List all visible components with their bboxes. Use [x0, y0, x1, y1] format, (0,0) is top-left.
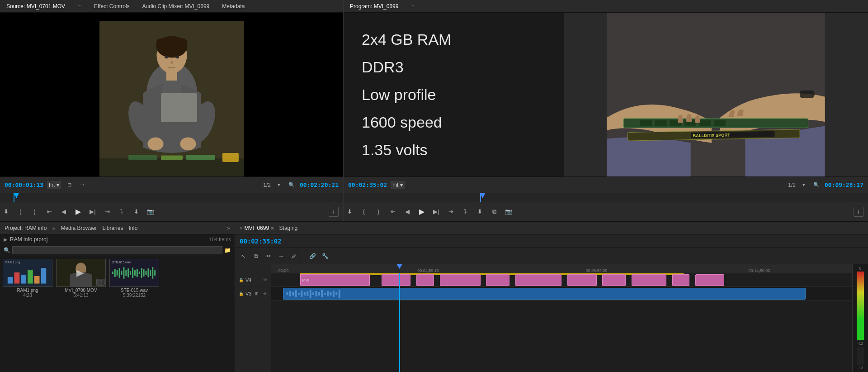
program-extract-btn[interactable]: ⬇ — [474, 206, 486, 218]
svg-rect-9 — [128, 155, 157, 160]
source-audio-clip-mixer-tab[interactable]: Audio Clip Mixer: MVI_0699 — [141, 1, 212, 11]
wrench-btn[interactable]: 🔧 — [320, 251, 330, 262]
source-fit-select[interactable]: Fit ▾ — [47, 181, 61, 189]
timeline-timecode-bar: 00:02:35:02 — [235, 234, 868, 248]
search-input[interactable] — [12, 246, 222, 254]
clip-v4-1[interactable]: MVI — [300, 274, 370, 286]
ripple-edit-btn[interactable]: ⧉ — [250, 251, 261, 262]
program-mark-in2-btn[interactable]: { — [358, 206, 370, 218]
info-tab[interactable]: Info — [128, 225, 137, 231]
timeline-ruler-tracks: :00:00 00:04:59:16 00:09:59:09 00:14:59:… — [271, 264, 852, 372]
pen-tool-btn[interactable]: 🖊 — [288, 251, 299, 262]
source-mark-in-btn[interactable]: ⬇ — [0, 206, 12, 218]
source-metadata-tab[interactable]: Metadata — [220, 1, 246, 11]
thumb-item-mvi0700[interactable]: MVI_0700.MOV 5:41:13 — [56, 259, 106, 369]
track-lock-icon[interactable]: 🔒 — [239, 278, 244, 282]
clip-v4-3[interactable] — [416, 274, 434, 286]
program-fraction: 1/2 — [788, 182, 796, 188]
clip-v4-9[interactable] — [632, 274, 666, 286]
source-step-fwd-btn[interactable]: ▶| — [87, 206, 99, 218]
program-trim-btn[interactable]: ⧉ — [488, 206, 500, 218]
track-v4-row: MVI — [271, 273, 852, 287]
source-effect-controls-tab[interactable]: Effect Controls — [92, 1, 131, 11]
snap-btn[interactable]: 🔗 — [307, 251, 318, 262]
source-overwrite-btn[interactable]: ⬇ — [130, 206, 142, 218]
timeline-tab-menu-icon[interactable]: ≡ — [271, 225, 274, 231]
source-insert-btn[interactable]: ⤏ — [77, 181, 86, 190]
program-mark-in-btn[interactable]: ⬇ — [344, 206, 355, 218]
source-video-content — [43, 21, 300, 176]
timeline-staging-tab[interactable]: Staging — [279, 225, 298, 231]
waveform-v3-main[interactable] — [283, 288, 806, 300]
program-panel-header: Program: MVI_0699 ≡ — [344, 0, 868, 13]
program-camera-btn[interactable]: 📷 — [503, 206, 514, 218]
clip-v4-10[interactable] — [672, 274, 690, 286]
selection-tool-btn[interactable]: ↖ — [238, 251, 249, 262]
source-magnify-btn[interactable]: 🔍 — [287, 181, 296, 190]
audio-level-0: 0 — [859, 266, 861, 271]
thumb-item-ram1[interactable]: RAM1.png RAM1.png 4:23 — [3, 259, 52, 369]
program-go-in-btn[interactable]: ⇤ — [387, 206, 399, 218]
timeline-mvi0699-tab[interactable]: MVI_0699 — [244, 225, 269, 231]
thumb-label-ste015: STE-015.wav — [121, 288, 148, 293]
expand-icon[interactable]: » — [227, 225, 230, 231]
source-scrubber[interactable] — [0, 193, 343, 202]
media-browser-tab[interactable]: Media Browser — [61, 225, 97, 231]
source-mark-out-btn2[interactable]: } — [29, 206, 41, 218]
source-insert-btn2[interactable]: ⤵ — [116, 206, 127, 218]
svg-text:STE-015.wav: STE-015.wav — [112, 261, 131, 264]
thumb-item-ste015[interactable]: STE-015.wav STE-015.wav 5:39:22152 — [109, 259, 159, 369]
program-step-back-btn[interactable]: ◀ — [401, 206, 413, 218]
source-settings-btn[interactable]: ⊟ — [65, 181, 74, 190]
program-magnify-btn[interactable]: 🔍 — [812, 181, 821, 190]
source-go-out-btn[interactable]: ⇥ — [101, 206, 113, 218]
audio-meter-panel: 0 -12 -13 — [852, 264, 868, 372]
timeline-tracks-area: MVI — [271, 273, 852, 372]
track-v3-eye-icon[interactable]: 👁 — [263, 291, 267, 296]
source-camera-btn[interactable]: 📷 — [145, 206, 156, 218]
source-controls-row: ⬇ { } ⇤ ◀ ▶ ▶| ⇥ ⤵ ⬇ 📷 + — [0, 202, 343, 221]
clip-v4-7[interactable] — [567, 274, 596, 286]
program-tab[interactable]: Program: MVI_0699 — [348, 1, 400, 11]
program-add-btn[interactable]: + — [854, 207, 863, 217]
program-zoom-dropdown[interactable]: ▾ — [799, 181, 808, 190]
source-zoom-dropdown[interactable]: ▾ — [274, 181, 283, 190]
project-tab[interactable]: Project: RAM info — [5, 225, 47, 231]
source-step-back-btn[interactable]: ◀ — [58, 206, 70, 218]
source-add-btn[interactable]: + — [329, 207, 339, 217]
source-go-in-btn[interactable]: ⇤ — [43, 206, 55, 218]
source-play-btn[interactable]: ▶ — [72, 206, 84, 218]
track-v4-eye-icon[interactable]: 👁 — [263, 278, 267, 282]
clip-v4-11[interactable] — [695, 274, 724, 286]
track-v3-sync-icon[interactable]: ⊞ — [255, 291, 259, 296]
clip-v4-2[interactable] — [382, 274, 410, 286]
timeline-tab-close-icon[interactable]: × — [240, 225, 242, 231]
razor-tool-btn[interactable]: ✂ — [263, 251, 274, 262]
source-tab[interactable]: Source: MVI_0701.MOV — [5, 1, 67, 11]
clip-v4-6[interactable] — [515, 274, 562, 286]
track-eye-icon[interactable]: 🔒 — [239, 291, 244, 296]
program-go-out-btn[interactable]: ⇥ — [445, 206, 457, 218]
libraries-tab[interactable]: Libraries — [102, 225, 123, 231]
new-bin-icon[interactable]: 📁 — [224, 247, 231, 253]
clip-v4-5[interactable] — [486, 274, 509, 286]
svg-rect-79 — [304, 292, 306, 296]
clip-v4-4[interactable] — [440, 274, 481, 286]
source-menu-icon[interactable]: ≡ — [76, 3, 83, 10]
program-lift-btn[interactable]: ⤵ — [459, 206, 471, 218]
program-menu-icon[interactable]: ≡ — [409, 3, 416, 10]
program-play-btn[interactable]: ▶ — [416, 206, 428, 218]
program-step-fwd-btn[interactable]: ▶| — [430, 206, 442, 218]
clip-v4-8[interactable] — [602, 274, 625, 286]
source-mark-out-btn[interactable]: { — [14, 206, 26, 218]
timeline-timecode-display: 00:02:35:02 — [240, 236, 282, 247]
thumbnail-area: RAM1.png RAM1.png 4:23 — [0, 256, 235, 372]
program-fit-select[interactable]: Fit ▾ — [391, 181, 405, 189]
svg-rect-3 — [166, 72, 177, 81]
slip-tool-btn[interactable]: ↔ — [276, 251, 287, 262]
program-scrubber[interactable] — [344, 193, 868, 202]
project-menu-icon[interactable]: ≡ — [52, 225, 55, 231]
svg-rect-80 — [307, 291, 308, 296]
program-mark-out-btn[interactable]: } — [373, 206, 384, 218]
svg-rect-63 — [139, 272, 140, 274]
